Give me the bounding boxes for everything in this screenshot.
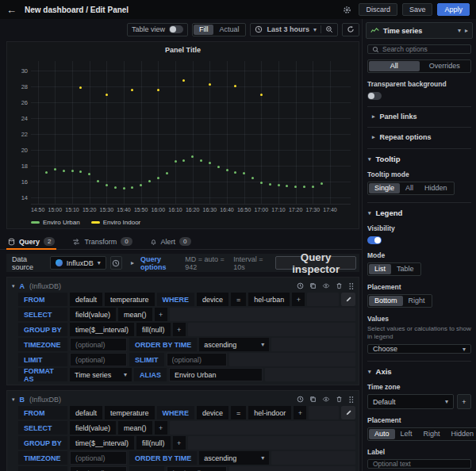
axis-timezone-add-button[interactable]: +: [457, 394, 471, 409]
where-value[interactable]: hel-indoor: [248, 406, 291, 419]
save-button[interactable]: Save: [402, 3, 433, 16]
slimit-keyword[interactable]: SLIMIT: [129, 353, 164, 366]
where-add-button[interactable]: +: [292, 293, 305, 306]
query-b-id[interactable]: B: [20, 396, 25, 404]
timezone-input[interactable]: [70, 338, 127, 351]
option-right[interactable]: Right: [403, 296, 431, 306]
from-measurement[interactable]: temperature: [105, 293, 155, 306]
select-keyword[interactable]: SELECT: [18, 308, 67, 321]
query-a-header[interactable]: ▾ A (InfluxDB): [10, 279, 355, 293]
panel-collapse-icon[interactable]: ▸: [465, 27, 468, 34]
formatas-keyword[interactable]: FORMAT AS: [18, 368, 67, 381]
gear-icon[interactable]: [340, 3, 354, 16]
select-field[interactable]: field(value): [70, 421, 116, 435]
chevron-down-icon[interactable]: ▾: [313, 26, 317, 33]
slimit-input[interactable]: [167, 353, 227, 366]
orderbytime-select[interactable]: ascending▾: [199, 338, 269, 351]
query-inspector-button[interactable]: Query inspector: [275, 256, 356, 270]
timezone-keyword[interactable]: TIMEZONE: [18, 338, 67, 351]
slimit-input[interactable]: [167, 466, 227, 471]
history-icon[interactable]: [297, 396, 304, 403]
tooltip-section-header[interactable]: ▾ Tooltip: [367, 148, 471, 163]
chart-plot[interactable]: 14161820222426283014:5015:0015:1015:2015…: [31, 61, 351, 205]
zoom-out-icon[interactable]: [321, 25, 333, 33]
option-bottom[interactable]: Bottom: [369, 296, 403, 306]
trash-icon[interactable]: [336, 282, 343, 289]
query-a-id[interactable]: A: [20, 282, 25, 290]
legend-visibility-toggle[interactable]: [367, 236, 382, 244]
formatas-select[interactable]: Time series▾: [70, 368, 132, 381]
chevron-down-icon[interactable]: ▾: [458, 27, 461, 34]
where-field[interactable]: device: [197, 406, 228, 419]
limit-keyword[interactable]: LIMIT: [18, 466, 67, 471]
option-list[interactable]: List: [369, 264, 391, 274]
legend-values-select[interactable]: Choose▾: [367, 344, 471, 354]
eye-icon[interactable]: [322, 282, 330, 289]
option-all[interactable]: All: [400, 183, 419, 193]
orderbytime-keyword[interactable]: ORDER BY TIME: [129, 451, 197, 465]
where-add-button[interactable]: +: [294, 406, 306, 419]
select-add-button[interactable]: +: [155, 308, 167, 321]
eye-icon[interactable]: [322, 396, 330, 403]
refresh-icon[interactable]: [347, 25, 355, 33]
option-auto[interactable]: Auto: [369, 429, 395, 439]
from-measurement[interactable]: temperature: [105, 406, 155, 419]
option-hidden[interactable]: Hidden: [446, 429, 476, 439]
timezone-input[interactable]: [70, 451, 127, 465]
select-keyword[interactable]: SELECT: [18, 421, 67, 435]
groupby-time[interactable]: time($__interval): [70, 323, 134, 336]
chart-panel[interactable]: Panel Title 14161820222426283014:5015:00…: [6, 41, 359, 229]
alias-keyword[interactable]: ALIAS: [134, 368, 167, 381]
drag-handle-icon[interactable]: [348, 282, 354, 290]
legend-item[interactable]: Enviro Indoor: [91, 219, 141, 226]
select-add-button[interactable]: +: [155, 421, 167, 435]
breadcrumb[interactable]: New dashboard / Edit Panel: [25, 6, 129, 14]
legend-section-header[interactable]: ▾ Legend: [367, 202, 471, 217]
tab-transform[interactable]: Transform 0: [71, 234, 133, 249]
where-keyword[interactable]: WHERE: [157, 293, 195, 306]
duplicate-icon[interactable]: [309, 282, 317, 289]
repeat-options-section[interactable]: ▸ Repeat options: [367, 127, 471, 141]
tab-query[interactable]: Query 2: [6, 234, 56, 249]
datasource-select[interactable]: InfluxDB ▾: [50, 256, 106, 270]
back-arrow-icon[interactable]: ←: [6, 4, 17, 16]
option-overrides[interactable]: Overrides: [420, 61, 470, 71]
groupby-keyword[interactable]: GROUP BY: [18, 436, 67, 450]
option-left[interactable]: Left: [395, 429, 418, 439]
where-value[interactable]: hel-urban: [248, 293, 290, 306]
trash-icon[interactable]: [336, 396, 343, 403]
limit-input[interactable]: [70, 353, 127, 366]
option-right[interactable]: Right: [418, 429, 446, 439]
option-fill[interactable]: Fill: [194, 25, 214, 35]
select-aggregation[interactable]: mean(): [118, 421, 152, 435]
slimit-keyword[interactable]: SLIMIT: [129, 466, 164, 471]
chevron-down-icon[interactable]: ▾: [12, 283, 15, 289]
where-keyword[interactable]: WHERE: [157, 406, 195, 419]
pencil-icon[interactable]: [341, 406, 355, 419]
duplicate-icon[interactable]: [309, 396, 317, 403]
where-operator[interactable]: =: [231, 406, 246, 419]
discard-button[interactable]: Discard: [359, 3, 397, 16]
apply-button[interactable]: Apply: [437, 3, 470, 16]
axis-timezone-select[interactable]: Default▾: [367, 394, 454, 409]
groupby-add-button[interactable]: +: [173, 323, 186, 336]
groupby-keyword[interactable]: GROUP BY: [18, 323, 67, 336]
limit-keyword[interactable]: LIMIT: [18, 353, 67, 366]
drag-handle-icon[interactable]: [348, 396, 354, 404]
select-aggregation[interactable]: mean(): [118, 308, 152, 321]
option-actual[interactable]: Actual: [213, 25, 244, 35]
option-all[interactable]: All: [369, 61, 420, 71]
from-retention[interactable]: default: [70, 406, 102, 419]
limit-input[interactable]: [70, 466, 127, 471]
time-range-label[interactable]: Last 3 hours: [267, 25, 309, 33]
option-hidden[interactable]: Hidden: [419, 183, 453, 193]
query-options[interactable]: ▸ Query options MD = auto = 942 Interval…: [131, 255, 267, 271]
orderbytime-keyword[interactable]: ORDER BY TIME: [129, 338, 197, 351]
table-view-toggle[interactable]: [169, 25, 183, 33]
transparent-bg-toggle[interactable]: [367, 92, 382, 100]
axis-label-input[interactable]: [367, 459, 471, 469]
search-input[interactable]: [382, 45, 466, 53]
from-keyword[interactable]: FROM: [18, 293, 67, 306]
query-b-header[interactable]: ▾ B (InfluxDB): [10, 392, 355, 406]
from-keyword[interactable]: FROM: [18, 406, 67, 419]
